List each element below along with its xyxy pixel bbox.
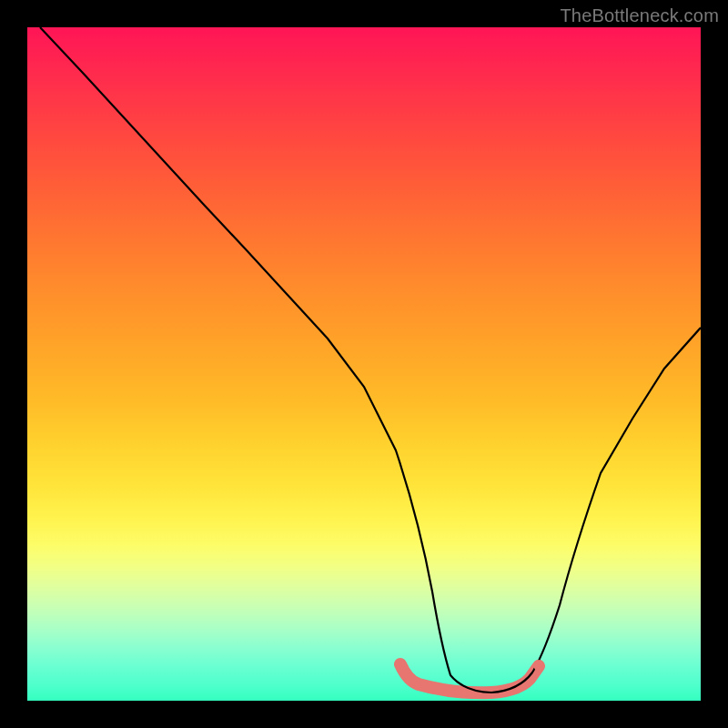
chart-frame: TheBottleneck.com [0, 0, 728, 728]
bottleneck-curve [40, 27, 701, 693]
attribution-text: TheBottleneck.com [560, 5, 719, 26]
curve-layer [27, 27, 701, 701]
plot-area [27, 27, 701, 701]
highlight-dot [533, 660, 544, 671]
